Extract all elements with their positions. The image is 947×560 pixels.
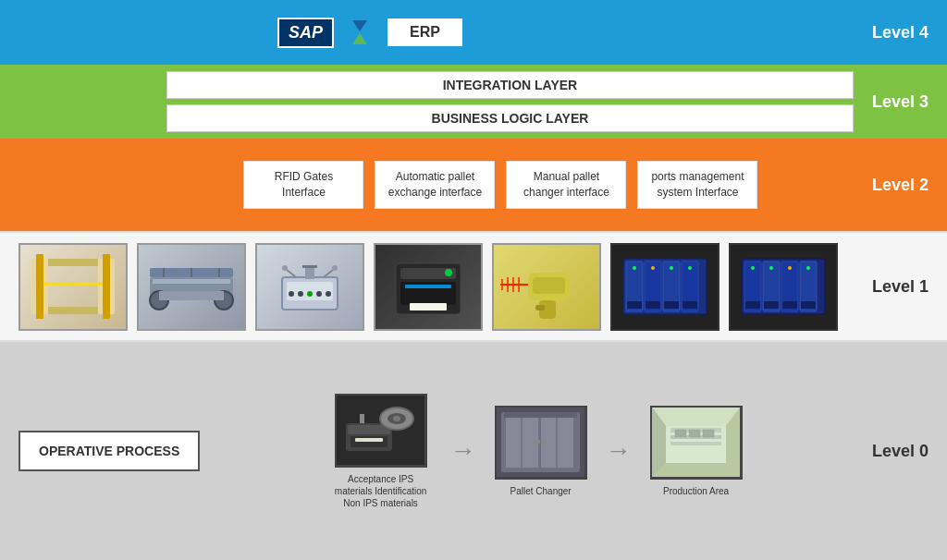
arrow-up-icon — [352, 33, 367, 44]
svg-rect-85 — [504, 412, 577, 418]
plc1-icon — [619, 250, 711, 323]
arrow-right-icon-1: → — [450, 436, 476, 466]
process-step-pallet-changer: Pallet Changer — [495, 406, 587, 497]
production-area-image — [650, 406, 743, 480]
svg-rect-11 — [159, 291, 224, 300]
svg-rect-66 — [745, 301, 760, 309]
level4-label: Level 4 — [872, 23, 929, 43]
pallet-changer-icon — [497, 408, 584, 477]
svg-rect-8 — [153, 279, 230, 284]
svg-point-50 — [651, 266, 655, 270]
svg-point-19 — [298, 291, 303, 297]
pallet-changer-label: Pallet Changer — [510, 485, 572, 497]
rfid-gates-interface: RFID Gates Interface — [243, 161, 363, 209]
arrow-down-icon — [352, 20, 367, 31]
svg-rect-4 — [36, 254, 43, 319]
svg-point-22 — [326, 291, 331, 297]
device-scanner — [492, 243, 601, 331]
svg-rect-5 — [103, 254, 110, 319]
svg-marker-90 — [652, 408, 740, 426]
svg-point-63 — [769, 266, 773, 270]
svg-point-49 — [633, 266, 636, 270]
device-plc1 — [610, 243, 719, 331]
svg-point-34 — [445, 269, 452, 276]
printer-icon — [382, 250, 474, 323]
svg-point-51 — [670, 266, 673, 270]
plc2-icon — [737, 250, 830, 323]
svg-rect-67 — [764, 301, 779, 309]
level0-process-steps: Acceptance IPS materials Identification … — [200, 394, 872, 509]
device-gate — [18, 243, 128, 331]
svg-point-64 — [788, 266, 792, 270]
svg-rect-38 — [535, 305, 545, 310]
level3-label: Level 3 — [872, 92, 929, 112]
svg-rect-23 — [305, 268, 314, 279]
svg-point-86 — [535, 439, 540, 444]
level1-label: Level 1 — [872, 277, 929, 297]
ports-mgmt-interface: ports management system Interface — [637, 161, 757, 209]
production-area-label: Production Area — [663, 485, 729, 497]
svg-point-18 — [289, 291, 294, 297]
integration-layer-box: INTEGRATION LAYER — [166, 71, 854, 99]
process-step-production: Production Area — [650, 406, 743, 497]
svg-point-77 — [393, 416, 400, 421]
auto-pallet-interface: Automatic pallet exchange interface — [375, 161, 495, 209]
svg-rect-24 — [302, 265, 317, 268]
level2-row: RFID Gates Interface Automatic pallet ex… — [0, 139, 947, 231]
svg-rect-69 — [801, 301, 816, 309]
svg-rect-6 — [43, 282, 103, 286]
arrow-right-icon-2: → — [606, 436, 632, 466]
acceptance-image — [335, 394, 427, 468]
svg-point-65 — [806, 266, 810, 270]
scanner-icon — [500, 250, 593, 323]
acceptance-label: Acceptance IPS materials Identification … — [330, 473, 432, 509]
svg-point-20 — [307, 291, 313, 297]
device-conveyor — [137, 243, 246, 331]
level0-label: Level 0 — [872, 442, 929, 461]
svg-rect-98 — [689, 430, 700, 437]
level1-devices — [18, 243, 872, 331]
bidirectional-arrows — [351, 20, 369, 44]
svg-rect-55 — [664, 301, 679, 309]
svg-rect-54 — [646, 301, 660, 309]
svg-rect-68 — [782, 301, 797, 309]
svg-point-28 — [332, 265, 338, 271]
svg-point-62 — [751, 266, 755, 270]
router-icon — [264, 250, 356, 323]
acceptance-icon — [337, 396, 424, 465]
svg-point-87 — [541, 439, 547, 444]
device-router — [255, 243, 364, 331]
svg-rect-97 — [675, 430, 686, 437]
erp-box: ERP — [386, 17, 464, 48]
svg-rect-99 — [703, 430, 714, 437]
level1-row: Level 1 — [0, 231, 947, 342]
svg-rect-56 — [683, 301, 697, 309]
svg-rect-2 — [48, 259, 98, 266]
sap-logo: SAP — [277, 18, 334, 48]
operative-process-box: OPERATIVE PROCESS — [18, 431, 200, 471]
process-step-acceptance: Acceptance IPS materials Identification … — [330, 394, 432, 509]
device-printer — [374, 243, 483, 331]
svg-rect-32 — [405, 285, 451, 288]
diagram-container: SAP ERP Level 4 INTEGRATION LAYER BUSINE… — [0, 0, 947, 560]
manual-pallet-interface: Manual pallet changer interface — [506, 161, 626, 209]
business-logic-layer-box: BUSINESS LOGIC LAYER — [166, 104, 854, 132]
level4-row: SAP ERP Level 4 — [0, 0, 947, 65]
level3-row: INTEGRATION LAYER BUSINESS LOGIC LAYER L… — [0, 65, 947, 139]
svg-rect-3 — [48, 307, 98, 314]
svg-rect-33 — [410, 303, 447, 310]
svg-rect-53 — [627, 301, 642, 309]
level3-layers: INTEGRATION LAYER BUSINESS LOGIC LAYER — [18, 71, 854, 132]
svg-point-52 — [688, 266, 692, 270]
production-area-icon — [652, 408, 740, 477]
device-plc2 — [729, 243, 838, 331]
svg-rect-96 — [670, 442, 721, 445]
svg-rect-78 — [360, 414, 364, 423]
level4-content: SAP ERP — [277, 17, 464, 48]
svg-rect-36 — [533, 277, 565, 294]
svg-point-21 — [316, 291, 322, 297]
level2-label: Level 2 — [872, 176, 929, 195]
pallet-changer-image — [495, 406, 587, 480]
svg-rect-74 — [355, 438, 383, 442]
level0-row: OPERATIVE PROCESS — [0, 342, 947, 560]
